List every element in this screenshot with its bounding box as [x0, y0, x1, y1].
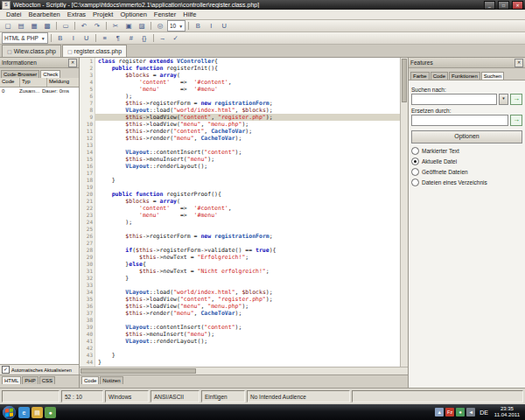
code-block-icon[interactable]: {}	[138, 32, 150, 44]
code-line[interactable]: 24 );	[80, 219, 400, 226]
taskbar-clock[interactable]: 23:35 11.04.2011	[493, 406, 522, 418]
minimize-button[interactable]: _	[484, 1, 495, 10]
radio-icon[interactable]	[411, 158, 419, 165]
maximize-button[interactable]: □	[498, 1, 509, 10]
code-line[interactable]: 5 'menu' => '#menu'	[80, 86, 400, 93]
code-line[interactable]: 41 VLayout::renderLayout();	[80, 338, 400, 345]
code-line[interactable]: 43 }	[80, 352, 400, 359]
search-history-dropdown-icon[interactable]: ▼	[499, 94, 508, 105]
redo-icon[interactable]: ↷	[91, 20, 103, 32]
editor-tab-code[interactable]: Code	[81, 376, 99, 384]
code-line[interactable]: 18 }	[80, 177, 400, 184]
insert-icon[interactable]: →	[157, 32, 169, 44]
code-line[interactable]: 12 $this->render("menu", CacheToVar);	[80, 135, 400, 142]
search-scope-option[interactable]: Markierter Text	[411, 147, 522, 155]
code-line[interactable]: 32 }	[80, 275, 400, 282]
code-line[interactable]: 7 $this->registerForm = new registration…	[80, 100, 400, 107]
start-button[interactable]	[3, 406, 16, 419]
search-scope-option[interactable]: Dateien eines Verzeichnis	[411, 178, 522, 186]
bold-icon[interactable]: B	[192, 20, 204, 32]
code-line[interactable]: 1class register extends VController{	[80, 58, 400, 65]
copy-icon[interactable]: ▣	[122, 20, 135, 32]
code-area[interactable]: 1class register extends VController{2 pu…	[80, 58, 400, 367]
document-tab-Wiew.class.php[interactable]: ▢Wiew.class.php	[2, 45, 61, 57]
check-syntax-icon[interactable]: ✓	[170, 32, 182, 44]
list-icon[interactable]: ≡	[99, 32, 111, 44]
code-line[interactable]: 25	[80, 226, 400, 233]
tray-volume-icon[interactable]: ◄	[466, 408, 475, 416]
tray-antivirus-icon[interactable]: ●	[456, 408, 465, 416]
left-tab-code-browser[interactable]: Code-Browser	[1, 70, 39, 78]
code-line[interactable]: 9 $this->loadView("content", "register.p…	[80, 114, 400, 121]
code-line[interactable]: 26 $this->registerForm = new registratio…	[80, 233, 400, 240]
code-line[interactable]: 35 $this->loadView("content", "register.…	[80, 296, 400, 303]
code-line[interactable]: 2 public function registerInit(){	[80, 65, 400, 72]
features-tab-funktionen[interactable]: Funktionen	[449, 72, 480, 80]
tray-update-icon[interactable]: ▲	[435, 408, 444, 416]
menu-item-projekt[interactable]: Projekt	[89, 10, 116, 18]
informationen-close-icon[interactable]: ✕	[68, 59, 77, 67]
code-line[interactable]: 3 $blocks = array(	[80, 72, 400, 79]
paragraph-icon[interactable]: ¶	[112, 32, 124, 44]
code-line[interactable]: 27	[80, 240, 400, 247]
code-line[interactable]: 42	[80, 345, 400, 352]
code-line[interactable]: 37 $this->render("menu", CacheToVar);	[80, 310, 400, 317]
search-scope-option[interactable]: Aktuelle Datei	[411, 158, 522, 165]
title-bar[interactable]: S Webocton - Scriptly - [C:\xampp\htdocs…	[0, 0, 525, 10]
new-file-icon[interactable]: ▢	[2, 20, 14, 32]
code-line[interactable]: 36 $this->loadView("menu", "menu.php");	[80, 303, 400, 310]
code-line[interactable]: 44}	[80, 359, 400, 366]
code-line[interactable]: 10 $this->loadView("menu", "menu.php");	[80, 121, 400, 128]
paste-icon[interactable]: ▨	[136, 20, 148, 32]
code-line[interactable]: 20 public function registerProof(){	[80, 191, 400, 198]
vertical-scrollbar-thumb[interactable]	[402, 59, 407, 102]
code-line[interactable]: 16 VLayout::renderLayout();	[80, 163, 400, 170]
horizontal-scrollbar[interactable]	[80, 367, 408, 374]
replace-input[interactable]	[411, 115, 508, 126]
code-line[interactable]: 22 'content' => '#content',	[80, 205, 400, 212]
menu-item-bearbeiten[interactable]: Bearbeiten	[25, 10, 64, 18]
language-indicator[interactable]: DE	[478, 410, 490, 416]
language-tab-php[interactable]: PHP	[22, 376, 38, 384]
radio-icon[interactable]	[411, 147, 419, 155]
save-all-icon[interactable]: ▩	[41, 20, 53, 32]
code-line[interactable]: 23 'menu' => '#menu'	[80, 212, 400, 219]
menu-item-hilfe[interactable]: Hilfe	[179, 10, 200, 18]
search-go-button[interactable]: →	[510, 94, 522, 105]
replace-go-button[interactable]: →	[510, 115, 522, 126]
search-input[interactable]	[411, 94, 497, 105]
features-close-icon[interactable]: ✕	[514, 59, 523, 67]
features-tab-farbe[interactable]: Farbe	[410, 72, 430, 80]
quicklaunch-explorer-icon[interactable]: ▤	[32, 407, 43, 418]
code-line[interactable]: 4 'content' => '#content',	[80, 79, 400, 86]
column-header-meldung[interactable]: Meldung	[47, 78, 79, 87]
options-button[interactable]: Optionen	[411, 130, 522, 144]
code-line[interactable]: 30 }else{	[80, 261, 400, 268]
code-line[interactable]: 31 $this->newText = "Nicht erfolgreich!"…	[80, 268, 400, 275]
search-scope-option[interactable]: Geöffnete Dateien	[411, 168, 522, 176]
code-line[interactable]: 28 if($this->registerForm->validate() ==…	[80, 247, 400, 254]
vertical-scrollbar[interactable]	[400, 58, 408, 367]
search-icon[interactable]: ◎	[154, 20, 166, 32]
column-header-code[interactable]: Code	[0, 78, 20, 87]
undo-icon[interactable]: ↶	[78, 20, 90, 32]
code-line[interactable]: 19	[80, 184, 400, 191]
code-line[interactable]: 21 $blocks = array(	[80, 198, 400, 205]
menu-item-fenster[interactable]: Fenster	[150, 10, 179, 18]
auto-refresh-checkbox[interactable]: ✓	[2, 366, 10, 374]
info-row[interactable]: 0Zusam...Dauer: 0ms	[0, 88, 79, 95]
tray-filezilla-icon[interactable]: Fz	[445, 408, 454, 416]
save-icon[interactable]: ▦	[28, 20, 40, 32]
code-line[interactable]: 6 );	[80, 93, 400, 100]
features-tab-code[interactable]: Code	[430, 72, 448, 80]
code-line[interactable]: 39 VLayout::contentInsert("content");	[80, 324, 400, 331]
cut-icon[interactable]: ✂	[109, 20, 122, 32]
print-icon[interactable]: ▭	[60, 20, 72, 32]
quicklaunch-browser-icon[interactable]: e	[18, 407, 30, 418]
italic-icon[interactable]: I	[205, 20, 217, 32]
code-line[interactable]: 40 $this->menuInsert("menu");	[80, 331, 400, 338]
code-line[interactable]: 33	[80, 282, 400, 289]
left-tab-check[interactable]: Check	[40, 70, 60, 78]
menu-item-datei[interactable]: Datei	[3, 10, 25, 18]
auto-refresh-row[interactable]: ✓ Automatisches Aktualisieren	[0, 364, 79, 374]
